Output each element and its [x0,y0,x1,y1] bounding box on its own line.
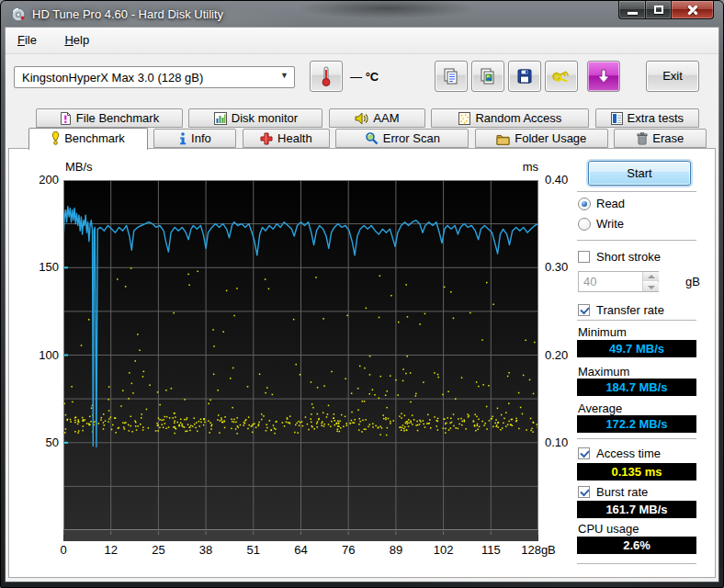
tab-health[interactable]: Health [243,129,330,148]
tab-strip-bottom: Benchmark Info Health Error Sc [28,129,708,149]
short-stroke-box[interactable] [578,251,590,263]
client-area: File Help KingstonHyperX Max 3.0 (128 gB… [6,28,718,582]
temperature-button[interactable] [310,61,343,92]
down-arrow-icon [595,68,612,85]
titlebar: HD Tune Pro 4.60 - Hard Disk Utility [1,1,723,28]
info-icon [179,132,187,145]
right-axis-title: ms [505,160,538,174]
tab-label: AAM [373,111,399,125]
access-time-box[interactable] [578,447,590,459]
maximum-value: 184.7 MB/s [577,379,696,396]
cpu-usage-label: CPU usage [578,522,639,536]
drive-select[interactable]: KingstonHyperX Max 3.0 (128 gB) ▼ [14,66,295,88]
tab-label: Extra tests [628,111,684,125]
maximum-label: Maximum [578,365,629,379]
close-button[interactable] [672,1,714,19]
short-stroke-checkbox[interactable]: Short stroke [578,250,661,265]
tab-random-access[interactable]: Random Access [431,108,589,128]
thermometer-icon [318,65,334,87]
tab-label: Health [277,131,312,145]
axis-tick-label: 50 [17,435,59,449]
tab-disk-monitor[interactable]: Disk monitor [188,108,322,128]
write-radio[interactable]: Write [578,217,624,232]
short-stroke-spinner [578,271,659,292]
temperature-unit: °C [366,70,379,84]
tab-benchmark[interactable]: Benchmark [28,128,148,150]
tab-label: Error Scan [383,131,440,145]
transfer-rate-box[interactable] [578,304,590,316]
copy-text-button[interactable] [435,61,468,92]
tab-strip-top: File Benchmark Disk monitor AAM [36,108,701,129]
copy-image-icon [479,67,497,85]
tab-info[interactable]: Info [153,129,236,148]
exit-button[interactable]: Exit [646,61,699,92]
maximize-icon [654,6,663,14]
separator [577,438,696,439]
keys-icon [551,67,571,85]
short-stroke-label: Short stroke [596,250,661,264]
transfer-rate-label: Transfer rate [596,303,664,317]
tab-aam[interactable]: AAM [329,108,425,128]
minimize-icon [628,12,638,15]
save-button[interactable] [508,61,541,92]
left-axis-title: MB/s [65,160,93,174]
average-label: Average [578,401,622,415]
separator [577,320,696,321]
tab-file-benchmark[interactable]: File Benchmark [36,108,183,128]
error-scan-icon [365,131,379,145]
burst-rate-checkbox[interactable]: Burst rate [578,485,648,500]
save-icon [515,67,534,85]
axis-tick-label: 0.20 [545,348,568,362]
axis-tick-label: 38 [180,543,232,557]
axis-tick-label: 0.30 [545,260,568,274]
hd-tune-disk-icon [11,7,26,22]
options-button[interactable] [545,61,578,92]
axis-tick-label: 51 [228,543,279,557]
access-time-value: 0.135 ms [577,463,696,481]
copy-image-button[interactable] [471,61,504,92]
update-button[interactable] [587,61,620,92]
maximize-button[interactable] [646,1,672,19]
axis-tick-label: 150 [17,260,59,274]
menu-help[interactable]: Help [52,28,101,54]
spinner-up-icon[interactable] [643,272,659,281]
burst-rate-value: 161.7 MB/s [577,501,696,518]
transfer-rate-checkbox[interactable]: Transfer rate [578,303,664,318]
read-radio-circle[interactable] [578,198,591,210]
minimize-button[interactable] [618,1,646,19]
folder-usage-icon [496,133,510,145]
average-value: 172.2 MB/s [577,415,696,433]
menu-file[interactable]: File [6,28,49,54]
hd-tune-window: HD Tune Pro 4.60 - Hard Disk Utility Fil… [0,0,724,588]
minimum-label: Minimum [578,325,627,339]
file-benchmark-icon [60,112,72,125]
axis-tick-label: 76 [322,543,374,557]
tab-label: Benchmark [64,131,125,145]
read-radio[interactable]: Read [578,197,625,211]
access-time-label: Access time [596,447,661,460]
tab-label: File Benchmark [76,111,159,125]
start-button[interactable]: Start [588,161,691,186]
cpu-usage-value: 2.6% [577,537,696,554]
copy-text-icon [442,67,460,85]
drive-select-value: KingstonHyperX Max 3.0 (128 gB) [22,71,203,85]
minimum-value: 49.7 MB/s [577,340,696,357]
short-stroke-input[interactable] [579,272,641,291]
gb-unit-label: gB [685,275,700,288]
tab-extra-tests[interactable]: Extra tests [595,108,699,128]
tab-error-scan[interactable]: Error Scan [335,129,469,148]
spinner-down-icon[interactable] [643,282,659,291]
axis-tick-label: 0.10 [545,435,568,449]
write-radio-circle[interactable] [578,218,591,231]
axis-tick-label: 102 [418,543,469,557]
separator [577,563,696,564]
access-time-checkbox[interactable]: Access time [578,447,661,461]
axis-tick-label: 89 [370,543,422,557]
axis-tick-label: 115 [465,543,516,557]
tab-label: Random Access [475,111,561,125]
tab-folder-usage[interactable]: Folder Usage [475,129,608,148]
window-title: HD Tune Pro 4.60 - Hard Disk Utility [32,7,223,21]
tab-erase[interactable]: Erase [614,129,707,148]
tab-label: Disk monitor [232,111,298,125]
burst-rate-box[interactable] [578,486,590,498]
